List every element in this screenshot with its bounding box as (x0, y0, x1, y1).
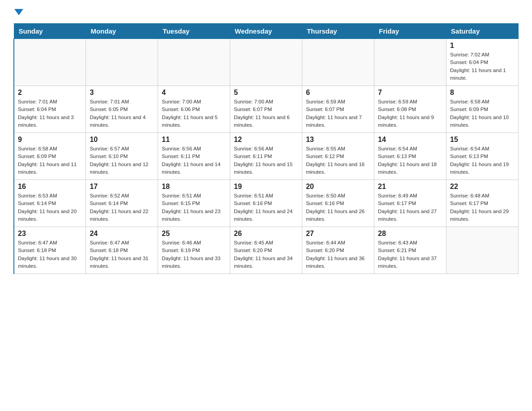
day-number: 4 (162, 89, 226, 97)
day-number: 16 (18, 183, 82, 191)
day-header-tuesday: Tuesday (158, 24, 230, 39)
day-info: Sunrise: 6:59 AMSunset: 6:08 PMDaylight:… (378, 98, 442, 129)
day-info: Sunrise: 6:48 AMSunset: 6:17 PMDaylight:… (450, 192, 515, 223)
day-number: 2 (18, 89, 82, 97)
day-info: Sunrise: 6:53 AMSunset: 6:14 PMDaylight:… (18, 192, 82, 223)
calendar-header: SundayMondayTuesdayWednesdayThursdayFrid… (14, 24, 519, 39)
calendar-cell: 19Sunrise: 6:51 AMSunset: 6:16 PMDayligh… (230, 180, 302, 227)
day-header-thursday: Thursday (302, 24, 374, 39)
day-number: 24 (90, 230, 154, 238)
logo (13, 9, 24, 16)
day-number: 28 (378, 230, 442, 238)
day-info: Sunrise: 6:56 AMSunset: 6:11 PMDaylight:… (234, 145, 298, 176)
calendar-body: 1Sunrise: 7:02 AMSunset: 6:04 PMDaylight… (14, 39, 519, 274)
calendar-cell: 8Sunrise: 6:58 AMSunset: 6:09 PMDaylight… (446, 86, 519, 133)
day-number: 26 (234, 230, 298, 238)
day-number: 21 (378, 183, 442, 191)
calendar-cell: 5Sunrise: 7:00 AMSunset: 6:07 PMDaylight… (230, 86, 302, 133)
day-number: 1 (450, 42, 515, 50)
day-number: 22 (450, 183, 515, 191)
week-row-0: 1Sunrise: 7:02 AMSunset: 6:04 PMDaylight… (14, 39, 519, 86)
day-number: 13 (306, 136, 370, 144)
calendar-cell (302, 39, 374, 86)
day-header-wednesday: Wednesday (230, 24, 302, 39)
calendar-cell: 26Sunrise: 6:45 AMSunset: 6:20 PMDayligh… (230, 227, 302, 274)
day-info: Sunrise: 7:00 AMSunset: 6:07 PMDaylight:… (234, 98, 298, 129)
logo-arrow-icon (14, 9, 23, 15)
calendar-cell: 10Sunrise: 6:57 AMSunset: 6:10 PMDayligh… (86, 133, 158, 180)
day-number: 19 (234, 183, 298, 191)
calendar-cell (446, 227, 519, 274)
calendar-cell: 1Sunrise: 7:02 AMSunset: 6:04 PMDaylight… (446, 39, 519, 86)
day-info: Sunrise: 6:45 AMSunset: 6:20 PMDaylight:… (234, 239, 298, 270)
calendar-cell: 25Sunrise: 6:46 AMSunset: 6:19 PMDayligh… (158, 227, 230, 274)
day-number: 7 (378, 89, 442, 97)
day-number: 9 (18, 136, 82, 144)
calendar-cell: 7Sunrise: 6:59 AMSunset: 6:08 PMDaylight… (374, 86, 446, 133)
calendar-cell: 16Sunrise: 6:53 AMSunset: 6:14 PMDayligh… (14, 180, 86, 227)
calendar-cell: 23Sunrise: 6:47 AMSunset: 6:18 PMDayligh… (14, 227, 86, 274)
day-number: 14 (378, 136, 442, 144)
day-info: Sunrise: 7:00 AMSunset: 6:06 PMDaylight:… (162, 98, 226, 129)
calendar-cell: 20Sunrise: 6:50 AMSunset: 6:16 PMDayligh… (302, 180, 374, 227)
calendar-cell: 12Sunrise: 6:56 AMSunset: 6:11 PMDayligh… (230, 133, 302, 180)
calendar-table: SundayMondayTuesdayWednesdayThursdayFrid… (13, 23, 519, 274)
calendar-cell: 18Sunrise: 6:51 AMSunset: 6:15 PMDayligh… (158, 180, 230, 227)
day-info: Sunrise: 6:50 AMSunset: 6:16 PMDaylight:… (306, 192, 370, 223)
calendar-cell: 28Sunrise: 6:43 AMSunset: 6:21 PMDayligh… (374, 227, 446, 274)
calendar-cell: 13Sunrise: 6:55 AMSunset: 6:12 PMDayligh… (302, 133, 374, 180)
calendar-cell (14, 39, 86, 86)
day-info: Sunrise: 6:51 AMSunset: 6:16 PMDaylight:… (234, 192, 298, 223)
day-number: 8 (450, 89, 515, 97)
day-number: 15 (450, 136, 515, 144)
day-number: 20 (306, 183, 370, 191)
day-number: 23 (18, 230, 82, 238)
days-of-week-row: SundayMondayTuesdayWednesdayThursdayFrid… (14, 24, 519, 39)
day-number: 17 (90, 183, 154, 191)
week-row-4: 23Sunrise: 6:47 AMSunset: 6:18 PMDayligh… (14, 227, 519, 274)
day-info: Sunrise: 7:01 AMSunset: 6:05 PMDaylight:… (90, 98, 154, 129)
calendar-cell: 11Sunrise: 6:56 AMSunset: 6:11 PMDayligh… (158, 133, 230, 180)
calendar-cell: 9Sunrise: 6:58 AMSunset: 6:09 PMDaylight… (14, 133, 86, 180)
day-info: Sunrise: 6:52 AMSunset: 6:14 PMDaylight:… (90, 192, 154, 223)
calendar-cell: 3Sunrise: 7:01 AMSunset: 6:05 PMDaylight… (86, 86, 158, 133)
calendar-cell: 17Sunrise: 6:52 AMSunset: 6:14 PMDayligh… (86, 180, 158, 227)
calendar-cell: 21Sunrise: 6:49 AMSunset: 6:17 PMDayligh… (374, 180, 446, 227)
day-info: Sunrise: 6:54 AMSunset: 6:13 PMDaylight:… (450, 145, 515, 176)
day-info: Sunrise: 6:58 AMSunset: 6:09 PMDaylight:… (450, 98, 515, 129)
week-row-1: 2Sunrise: 7:01 AMSunset: 6:04 PMDaylight… (14, 86, 519, 133)
calendar-cell (230, 39, 302, 86)
calendar-cell: 6Sunrise: 6:59 AMSunset: 6:07 PMDaylight… (302, 86, 374, 133)
calendar-cell: 24Sunrise: 6:47 AMSunset: 6:18 PMDayligh… (86, 227, 158, 274)
day-info: Sunrise: 6:57 AMSunset: 6:10 PMDaylight:… (90, 145, 154, 176)
calendar-cell (374, 39, 446, 86)
day-info: Sunrise: 6:55 AMSunset: 6:12 PMDaylight:… (306, 145, 370, 176)
calendar-cell: 2Sunrise: 7:01 AMSunset: 6:04 PMDaylight… (14, 86, 86, 133)
day-info: Sunrise: 6:46 AMSunset: 6:19 PMDaylight:… (162, 239, 226, 270)
calendar-cell: 22Sunrise: 6:48 AMSunset: 6:17 PMDayligh… (446, 180, 519, 227)
day-number: 27 (306, 230, 370, 238)
week-row-2: 9Sunrise: 6:58 AMSunset: 6:09 PMDaylight… (14, 133, 519, 180)
day-info: Sunrise: 6:51 AMSunset: 6:15 PMDaylight:… (162, 192, 226, 223)
calendar-cell: 27Sunrise: 6:44 AMSunset: 6:20 PMDayligh… (302, 227, 374, 274)
day-info: Sunrise: 6:43 AMSunset: 6:21 PMDaylight:… (378, 239, 442, 270)
calendar-cell: 14Sunrise: 6:54 AMSunset: 6:13 PMDayligh… (374, 133, 446, 180)
day-header-sunday: Sunday (14, 24, 86, 39)
day-number: 10 (90, 136, 154, 144)
calendar-cell: 15Sunrise: 6:54 AMSunset: 6:13 PMDayligh… (446, 133, 519, 180)
day-info: Sunrise: 6:59 AMSunset: 6:07 PMDaylight:… (306, 98, 370, 129)
day-info: Sunrise: 6:47 AMSunset: 6:18 PMDaylight:… (90, 239, 154, 270)
day-info: Sunrise: 6:47 AMSunset: 6:18 PMDaylight:… (18, 239, 82, 270)
day-number: 25 (162, 230, 226, 238)
day-header-monday: Monday (86, 24, 158, 39)
day-info: Sunrise: 6:56 AMSunset: 6:11 PMDaylight:… (162, 145, 226, 176)
day-header-saturday: Saturday (446, 24, 519, 39)
day-info: Sunrise: 6:58 AMSunset: 6:09 PMDaylight:… (18, 145, 82, 176)
day-info: Sunrise: 7:01 AMSunset: 6:04 PMDaylight:… (18, 98, 82, 129)
calendar-cell: 4Sunrise: 7:00 AMSunset: 6:06 PMDaylight… (158, 86, 230, 133)
day-info: Sunrise: 6:44 AMSunset: 6:20 PMDaylight:… (306, 239, 370, 270)
day-number: 12 (234, 136, 298, 144)
week-row-3: 16Sunrise: 6:53 AMSunset: 6:14 PMDayligh… (14, 180, 519, 227)
day-info: Sunrise: 7:02 AMSunset: 6:04 PMDaylight:… (450, 51, 515, 82)
day-info: Sunrise: 6:49 AMSunset: 6:17 PMDaylight:… (378, 192, 442, 223)
